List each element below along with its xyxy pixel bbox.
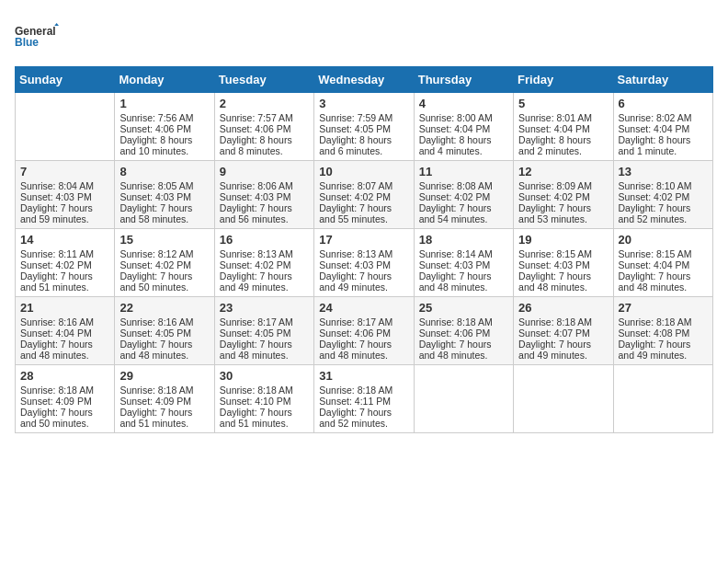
sunset: Sunset: 4:03 PM (518, 259, 590, 270)
day-number: 10 (319, 165, 408, 178)
day-number: 31 (319, 369, 408, 383)
daylight: Daylight: 7 hours and 48 minutes. (419, 339, 492, 361)
sunrise: Sunrise: 8:16 AM (119, 316, 193, 327)
day-number: 18 (419, 233, 508, 247)
daylight: Daylight: 7 hours and 48 minutes. (220, 339, 292, 361)
daylight: Daylight: 7 hours and 48 minutes. (20, 339, 93, 361)
day-number: 14 (20, 233, 109, 247)
daylight: Daylight: 7 hours and 49 minutes. (518, 339, 591, 361)
day-number: 8 (119, 165, 209, 178)
sunrise: Sunrise: 8:04 AM (20, 180, 94, 191)
sunset: Sunset: 4:08 PM (619, 327, 690, 339)
sunset: Sunset: 4:04 PM (619, 123, 690, 134)
calendar-cell: 24 Sunrise: 8:17 AM Sunset: 4:06 PM Dayl… (314, 297, 414, 365)
calendar-cell: 5 Sunrise: 8:01 AM Sunset: 4:04 PM Dayli… (514, 93, 613, 161)
daylight: Daylight: 7 hours and 49 minutes. (220, 270, 292, 293)
day-number: 19 (518, 233, 608, 247)
calendar-cell: 31 Sunrise: 8:18 AM Sunset: 4:11 PM Dayl… (314, 365, 414, 433)
weekday-wednesday: Wednesday (314, 67, 414, 93)
daylight: Daylight: 8 hours and 6 minutes. (319, 134, 392, 156)
daylight: Daylight: 7 hours and 48 minutes. (119, 339, 192, 361)
sunrise: Sunrise: 8:18 AM (119, 385, 193, 396)
weekday-friday: Friday (514, 67, 613, 93)
calendar-cell: 1 Sunrise: 7:56 AM Sunset: 4:06 PM Dayli… (115, 93, 214, 161)
calendar-week-3: 21 Sunrise: 8:16 AM Sunset: 4:04 PM Dayl… (16, 297, 713, 365)
day-number: 16 (220, 233, 309, 247)
daylight: Daylight: 7 hours and 48 minutes. (619, 270, 691, 293)
calendar-cell: 30 Sunrise: 8:18 AM Sunset: 4:10 PM Dayl… (214, 365, 313, 433)
sunset: Sunset: 4:04 PM (419, 123, 491, 134)
weekday-monday: Monday (115, 67, 214, 93)
daylight: Daylight: 8 hours and 4 minutes. (419, 134, 492, 156)
calendar-cell: 26 Sunrise: 8:18 AM Sunset: 4:07 PM Dayl… (514, 297, 613, 365)
day-number: 25 (419, 301, 508, 315)
sunrise: Sunrise: 8:12 AM (119, 248, 193, 259)
calendar-cell: 27 Sunrise: 8:18 AM Sunset: 4:08 PM Dayl… (613, 297, 712, 365)
sunrise: Sunrise: 8:17 AM (319, 316, 392, 327)
sunset: Sunset: 4:10 PM (220, 396, 291, 407)
calendar-cell: 11 Sunrise: 8:08 AM Sunset: 4:02 PM Dayl… (414, 161, 513, 229)
sunset: Sunset: 4:03 PM (419, 259, 491, 270)
logo-svg: General Blue (15, 15, 59, 59)
logo: General Blue (15, 15, 59, 59)
sunrise: Sunrise: 8:15 AM (619, 248, 692, 259)
day-number: 6 (619, 97, 708, 110)
sunrise: Sunrise: 7:57 AM (220, 112, 293, 123)
daylight: Daylight: 7 hours and 48 minutes. (319, 339, 392, 361)
sunset: Sunset: 4:04 PM (20, 327, 92, 339)
sunrise: Sunrise: 8:17 AM (220, 316, 293, 327)
calendar-table: SundayMondayTuesdayWednesdayThursdayFrid… (15, 66, 713, 433)
sunrise: Sunrise: 8:00 AM (419, 112, 493, 123)
sunset: Sunset: 4:02 PM (619, 191, 690, 202)
day-number: 20 (619, 233, 708, 247)
calendar-week-1: 7 Sunrise: 8:04 AM Sunset: 4:03 PM Dayli… (16, 161, 713, 229)
sunset: Sunset: 4:09 PM (119, 396, 191, 407)
daylight: Daylight: 7 hours and 58 minutes. (119, 202, 192, 224)
svg-text:Blue: Blue (15, 36, 39, 49)
calendar-cell: 13 Sunrise: 8:10 AM Sunset: 4:02 PM Dayl… (613, 161, 712, 229)
calendar-cell (514, 365, 613, 433)
calendar-cell: 3 Sunrise: 7:59 AM Sunset: 4:05 PM Dayli… (314, 93, 414, 161)
daylight: Daylight: 7 hours and 49 minutes. (619, 339, 691, 361)
sunrise: Sunrise: 8:15 AM (518, 248, 592, 259)
sunrise: Sunrise: 8:14 AM (419, 248, 493, 259)
daylight: Daylight: 7 hours and 49 minutes. (319, 270, 392, 293)
day-number: 7 (20, 165, 109, 178)
sunrise: Sunrise: 8:09 AM (518, 180, 592, 191)
day-number: 30 (220, 369, 309, 383)
sunset: Sunset: 4:06 PM (419, 327, 491, 339)
sunset: Sunset: 4:07 PM (518, 327, 590, 339)
daylight: Daylight: 7 hours and 52 minutes. (319, 407, 392, 429)
sunset: Sunset: 4:06 PM (220, 123, 291, 134)
sunrise: Sunrise: 8:10 AM (619, 180, 692, 191)
day-number: 9 (220, 165, 309, 178)
calendar-cell: 7 Sunrise: 8:04 AM Sunset: 4:03 PM Dayli… (16, 161, 115, 229)
daylight: Daylight: 8 hours and 8 minutes. (220, 134, 292, 156)
daylight: Daylight: 7 hours and 48 minutes. (518, 270, 591, 293)
sunset: Sunset: 4:02 PM (419, 191, 491, 202)
sunset: Sunset: 4:02 PM (119, 259, 191, 270)
sunrise: Sunrise: 8:16 AM (20, 316, 94, 327)
daylight: Daylight: 7 hours and 54 minutes. (419, 202, 492, 224)
sunrise: Sunrise: 8:06 AM (220, 180, 293, 191)
svg-marker-2 (54, 23, 59, 26)
sunset: Sunset: 4:03 PM (220, 191, 291, 202)
calendar-cell: 28 Sunrise: 8:18 AM Sunset: 4:09 PM Dayl… (16, 365, 115, 433)
calendar-cell: 12 Sunrise: 8:09 AM Sunset: 4:02 PM Dayl… (514, 161, 613, 229)
calendar-cell: 21 Sunrise: 8:16 AM Sunset: 4:04 PM Dayl… (16, 297, 115, 365)
calendar-cell: 25 Sunrise: 8:18 AM Sunset: 4:06 PM Dayl… (414, 297, 513, 365)
calendar-week-4: 28 Sunrise: 8:18 AM Sunset: 4:09 PM Dayl… (16, 365, 713, 433)
day-number: 3 (319, 97, 408, 110)
day-number: 13 (619, 165, 708, 178)
calendar-cell: 18 Sunrise: 8:14 AM Sunset: 4:03 PM Dayl… (414, 229, 513, 297)
sunrise: Sunrise: 8:18 AM (518, 316, 592, 327)
sunset: Sunset: 4:03 PM (119, 191, 191, 202)
calendar-cell (16, 93, 115, 161)
daylight: Daylight: 8 hours and 10 minutes. (119, 134, 192, 156)
sunrise: Sunrise: 8:18 AM (619, 316, 692, 327)
daylight: Daylight: 7 hours and 50 minutes. (119, 270, 192, 293)
day-number: 5 (518, 97, 608, 110)
sunrise: Sunrise: 8:18 AM (220, 385, 293, 396)
day-number: 1 (119, 97, 209, 110)
day-number: 4 (419, 97, 508, 110)
